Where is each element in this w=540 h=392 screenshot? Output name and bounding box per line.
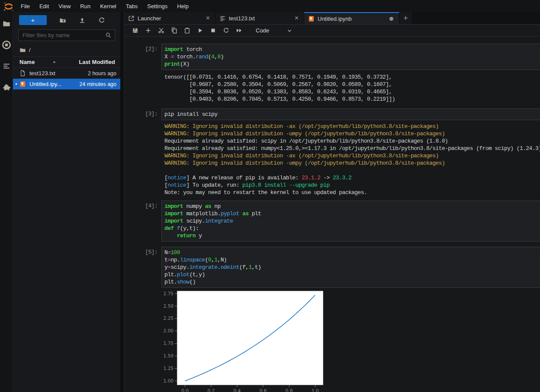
table-of-contents-icon[interactable]	[0, 60, 13, 73]
menu-item-view[interactable]: View	[54, 1, 75, 11]
x-tick-label: 0.6	[260, 388, 267, 392]
output-token: WARNING: Ignoring invalid distribution -…	[164, 160, 445, 166]
file-last-modified: 24 minutes ago	[80, 81, 120, 87]
cell-type-dropdown[interactable]: Code	[256, 27, 269, 34]
add-cell-icon[interactable]	[141, 27, 154, 34]
cell-editor[interactable]: pip install scipy	[161, 108, 540, 120]
code-line: pip install scipy	[164, 111, 538, 118]
stop-icon[interactable]	[206, 27, 219, 34]
token: plt	[248, 210, 261, 217]
column-name[interactable]: Name	[19, 59, 52, 65]
output-token: 23.3.2	[333, 175, 351, 181]
token: (X)	[180, 61, 190, 67]
token: .	[217, 264, 220, 271]
filter-files-input[interactable]	[22, 32, 105, 38]
y-tick-label: 2.25	[164, 316, 174, 321]
x-tick-label: 1.0	[312, 388, 319, 392]
panel-resize-gutter[interactable]	[120, 12, 124, 392]
extensions-icon[interactable]	[0, 81, 13, 94]
code-line: def f(y,t):	[164, 225, 538, 232]
output-token: tensor([[0.0731, 0.1416, 0.6754, 0.1418,…	[164, 74, 392, 80]
cell-editor[interactable]: import numpy as npimport matplotlib.pypl…	[161, 201, 540, 242]
output-line: [notice] To update, run: pip3.8 install …	[164, 182, 540, 189]
token: 8	[217, 54, 220, 60]
toolbar-buttons	[129, 27, 245, 34]
token	[239, 210, 242, 217]
cell-execution-prompt: [5]:	[124, 247, 161, 288]
output-line: [0.9687, 0.2580, 0.3504, 0.5069, 0.2567,…	[164, 81, 540, 88]
token: as	[242, 210, 248, 217]
token: X	[164, 54, 170, 60]
token: ()	[190, 279, 196, 285]
output-token: ->	[320, 175, 333, 181]
close-icon[interactable]: ×	[293, 15, 300, 21]
paste-icon[interactable]	[180, 27, 193, 34]
sort-caret-up-icon[interactable]	[52, 60, 56, 64]
cell-output: tensor([[0.0731, 0.1416, 0.6754, 0.1418,…	[161, 73, 540, 103]
run-icon[interactable]	[193, 27, 206, 34]
refresh-icon[interactable]	[98, 17, 105, 24]
folder-icon	[19, 47, 26, 53]
code-line: t=np.linspace(0,1,N)	[164, 256, 538, 264]
file-name: test123.txt	[29, 70, 88, 76]
menu-item-kernel[interactable]: Kernel	[95, 1, 121, 11]
code-line: y=scipy.integrate.odeint(f,1,t)	[164, 264, 538, 271]
search-icon	[105, 32, 112, 38]
output-token: ] A new release of pip is available:	[186, 175, 301, 181]
chevron-down-icon[interactable]	[286, 28, 292, 34]
jupyterlab-window: { "colors": { "accent_blue": "#1a66c2", …	[0, 0, 540, 392]
token: numpy	[183, 203, 205, 210]
y-tick-label: 1.00	[164, 378, 174, 383]
breadcrumb[interactable]: /	[13, 43, 120, 56]
tab-test123-txt[interactable]: test123.txt×	[215, 12, 304, 24]
copy-icon[interactable]	[167, 27, 180, 34]
token: linspace	[180, 257, 205, 263]
tab-launcher[interactable]: Launcher×	[124, 12, 215, 24]
file-browser-panel: + / Name Last Modified test123.txt2 hour…	[13, 12, 120, 392]
cell-editor[interactable]: N=100t=np.linspace(0,1,N)y=scipy.integra…	[161, 247, 540, 288]
jupyter-logo-icon	[3, 1, 14, 12]
code-line: import numpy as np	[164, 203, 538, 210]
file-list: test123.txt2 hours ago•Untitled.ipy...24…	[13, 68, 120, 89]
fast-forward-icon[interactable]	[232, 27, 245, 34]
menu-item-file[interactable]: File	[16, 1, 35, 11]
output-token: notice	[167, 175, 186, 181]
notebook-icon	[308, 16, 315, 22]
output-token: WARNING: Ignoring invalid distribution -…	[164, 131, 445, 137]
cell-editor[interactable]: import torchX = torch.rand(4,8)print(X)	[161, 44, 540, 70]
file-row[interactable]: •Untitled.ipy...24 minutes ago	[13, 79, 120, 89]
save-icon[interactable]	[129, 27, 141, 34]
add-tab-button[interactable]: +	[399, 12, 412, 24]
file-browser-icon[interactable]	[0, 17, 13, 30]
output-line: WARNING: Ignoring invalid distribution -…	[164, 152, 540, 159]
unsaved-changes-dot[interactable]	[389, 17, 393, 21]
menu-item-settings[interactable]: Settings	[142, 1, 172, 11]
upload-icon[interactable]	[79, 17, 86, 24]
cut-icon[interactable]	[154, 27, 167, 34]
menu-item-edit[interactable]: Edit	[35, 1, 54, 11]
column-last-modified[interactable]: Last Modified	[79, 59, 116, 65]
new-launcher-button[interactable]: +	[19, 15, 47, 25]
token: print	[164, 61, 180, 67]
close-icon[interactable]: ×	[205, 15, 211, 21]
menu-item-tabs[interactable]: Tabs	[121, 1, 142, 11]
output-token: WARNING: Ignoring invalid distribution -…	[164, 153, 439, 159]
code-cell: [2]:import torchX = torch.rand(4,8)print…	[124, 44, 540, 70]
tab-untitled-ipynb[interactable]: Untitled.ipynb	[304, 12, 399, 24]
output-line: WARNING: Ignoring invalid distribution -…	[164, 159, 540, 167]
breadcrumb-root[interactable]: /	[29, 47, 31, 53]
new-folder-icon[interactable]	[59, 17, 66, 24]
output-token: WARNING: Ignoring invalid distribution -…	[164, 123, 439, 130]
file-row[interactable]: test123.txt2 hours ago	[13, 68, 120, 79]
y-tick-label: 1.25	[164, 366, 174, 371]
menu-item-help[interactable]: Help	[172, 1, 193, 11]
token: ,t)	[252, 264, 261, 271]
restart-icon[interactable]	[219, 27, 232, 34]
y-tick-label: 1.75	[164, 341, 174, 346]
cell-execution-prompt: [4]:	[124, 201, 161, 242]
token: plt.	[164, 271, 177, 278]
menu-item-run[interactable]: Run	[75, 1, 95, 11]
token: import	[164, 210, 183, 217]
file-action-icons	[47, 17, 105, 24]
running-kernels-icon[interactable]	[0, 38, 13, 51]
